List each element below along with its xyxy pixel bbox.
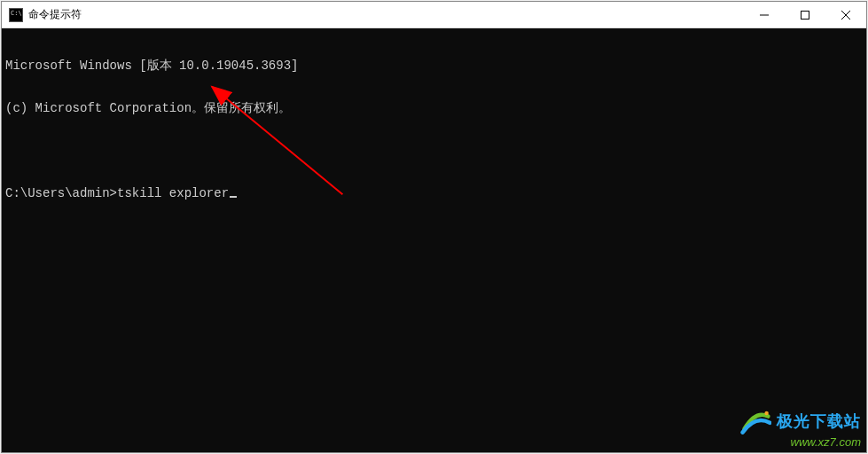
annotation-arrow	[2, 28, 866, 452]
terminal-cursor	[230, 196, 237, 198]
minimize-icon	[760, 11, 769, 20]
titlebar[interactable]: 命令提示符	[2, 2, 866, 28]
close-icon	[841, 11, 850, 20]
terminal-blank-line	[5, 144, 863, 158]
cmd-window: 命令提示符 Microsoft Windows [版本 10.0.19045.3…	[1, 1, 867, 453]
terminal-prompt-line: C:\Users\admin>tskill explorer	[5, 186, 863, 200]
terminal-area[interactable]: Microsoft Windows [版本 10.0.19045.3693] (…	[2, 28, 866, 452]
terminal-line: Microsoft Windows [版本 10.0.19045.3693]	[5, 59, 863, 73]
maximize-icon	[801, 11, 809, 20]
cmd-icon	[9, 8, 23, 22]
maximize-button[interactable]	[785, 2, 825, 28]
close-button[interactable]	[825, 2, 866, 28]
window-title: 命令提示符	[28, 7, 82, 22]
svg-rect-1	[802, 11, 809, 19]
minimize-button[interactable]	[744, 2, 785, 28]
terminal-line: (c) Microsoft Corporation。保留所有权利。	[5, 101, 863, 115]
terminal-prompt: C:\Users\admin>	[5, 186, 117, 200]
terminal-command: tskill explorer	[117, 186, 229, 200]
